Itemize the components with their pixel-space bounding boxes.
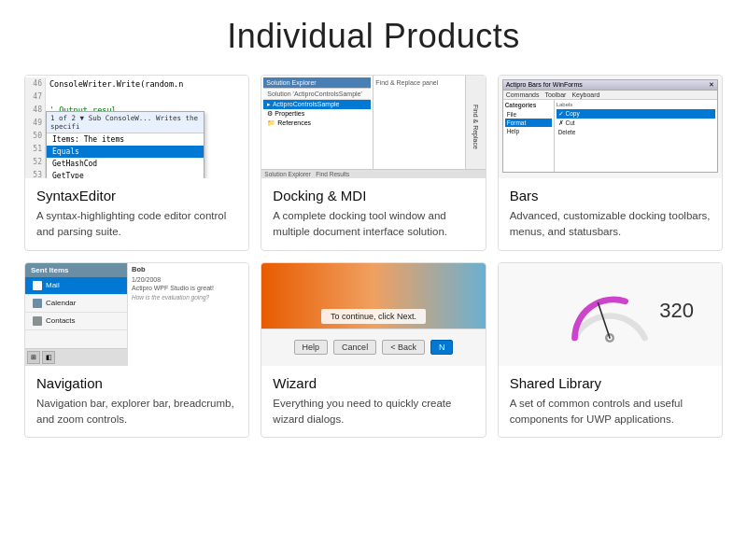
wizard-desc: Everything you need to quickly create wi… [273, 396, 473, 428]
card-navigation[interactable]: Sent Items Mail Calendar Contacts [24, 262, 249, 439]
card-bars[interactable]: Actipro Bars for WinForms ✕ CommandsTool… [498, 75, 723, 251]
shared-library-preview: 320 [499, 263, 722, 366]
wizard-next-btn[interactable]: N [430, 340, 454, 355]
wizard-cancel-btn[interactable]: Cancel [333, 340, 376, 355]
card-wizard[interactable]: To continue, click Next. Help Cancel < B… [261, 262, 486, 439]
wizard-help-btn[interactable]: Help [294, 340, 329, 355]
products-grid: 46ConsoleWriter.Write(random.n 47 48' Ou… [0, 69, 747, 453]
syntax-editor-preview: 46ConsoleWriter.Write(random.n 47 48' Ou… [25, 76, 248, 178]
wizard-body: Wizard Everything you need to quickly cr… [261, 366, 485, 438]
docking-mdi-title: Docking & MDI [273, 188, 473, 203]
docking-mdi-body: Docking & MDI A complete docking tool wi… [261, 178, 485, 250]
docking-mdi-desc: A complete docking tool window and multi… [273, 208, 473, 241]
syntax-editor-desc: A syntax-highlighting code editor contro… [36, 208, 237, 241]
navigation-body: Navigation Navigation bar, explorer bar,… [25, 366, 248, 438]
gauge-chart [563, 277, 656, 352]
wizard-preview: To continue, click Next. Help Cancel < B… [261, 263, 485, 366]
bars-preview: Actipro Bars for WinForms ✕ CommandsTool… [499, 76, 722, 178]
card-docking-mdi[interactable]: Solution Explorer Solution 'ActiproContr… [261, 75, 486, 251]
shared-library-title: Shared Library [510, 375, 711, 391]
navigation-title: Navigation [36, 375, 237, 391]
card-syntax-editor[interactable]: 46ConsoleWriter.Write(random.n 47 48' Ou… [24, 75, 249, 251]
gauge-value: 320 [659, 299, 694, 323]
wizard-title: Wizard [273, 375, 473, 391]
syntax-editor-title: SyntaxEditor [36, 188, 237, 203]
shared-library-body: Shared Library A set of common controls … [499, 366, 722, 438]
bars-body: Bars Advanced, customizable docking tool… [499, 178, 722, 250]
page-title: Individual Products [0, 0, 747, 69]
card-shared-library[interactable]: 320 Shared Library A set of common contr… [498, 262, 723, 439]
bars-title: Bars [510, 188, 711, 203]
wizard-back-btn[interactable]: < Back [382, 340, 425, 355]
navigation-preview: Sent Items Mail Calendar Contacts [25, 263, 248, 366]
navigation-desc: Navigation bar, explorer bar, breadcrumb… [36, 396, 237, 428]
syntax-editor-body: SyntaxEditor A syntax-highlighting code … [25, 178, 248, 250]
docking-mdi-preview: Solution Explorer Solution 'ActiproContr… [261, 76, 485, 178]
shared-library-desc: A set of common controls and useful comp… [510, 396, 711, 428]
bars-desc: Advanced, customizable docking toolbars,… [510, 208, 711, 241]
